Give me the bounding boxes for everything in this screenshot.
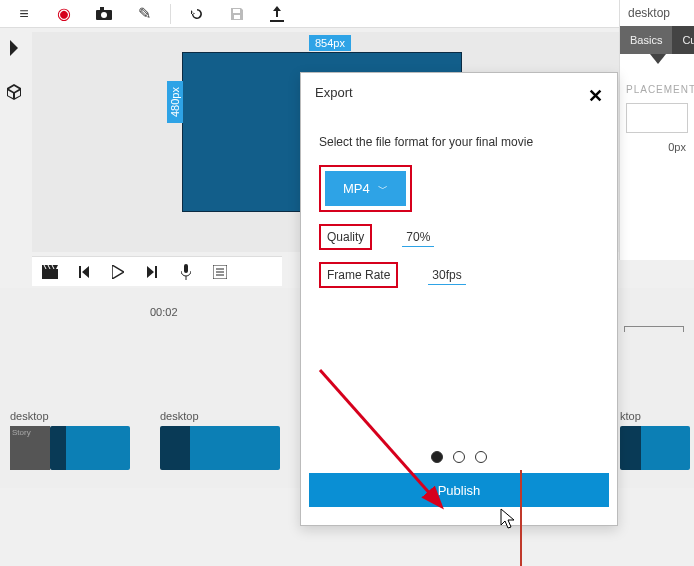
pager-dots [301, 451, 617, 463]
clip-label: desktop [160, 410, 199, 422]
cube-icon[interactable] [0, 78, 28, 106]
clip[interactable] [620, 426, 690, 470]
format-dropdown[interactable]: MP4 ﹀ [325, 171, 406, 206]
format-label: MP4 [343, 181, 370, 196]
clapper-icon[interactable] [36, 260, 64, 284]
camera-icon[interactable] [84, 0, 124, 28]
pager-dot-1[interactable] [431, 451, 443, 463]
svg-rect-3 [42, 269, 58, 279]
ruler-ticks [624, 326, 684, 334]
placement-section: PLACEMENT [620, 64, 694, 99]
clip-label: desktop [10, 410, 49, 422]
width-badge: 854px [309, 35, 351, 51]
playhead[interactable] [520, 470, 522, 566]
tab-custom[interactable]: Cu [672, 26, 694, 54]
quality-value[interactable]: 70% [402, 228, 434, 247]
placement-box[interactable] [626, 103, 688, 133]
close-icon[interactable]: ✕ [588, 85, 603, 107]
pager-dot-3[interactable] [475, 451, 487, 463]
record-icon[interactable]: ◉ [44, 0, 84, 28]
framerate-label: Frame Rate [319, 262, 398, 288]
svg-rect-2 [100, 7, 104, 10]
tab-pointer [650, 54, 666, 64]
mic-icon[interactable] [172, 260, 200, 284]
clip-thumb[interactable]: Story [10, 426, 50, 470]
clip-label: ktop [620, 410, 641, 422]
framerate-value[interactable]: 30fps [428, 266, 465, 285]
tab-basics[interactable]: Basics [620, 26, 672, 54]
save-icon [217, 0, 257, 28]
quality-label: Quality [319, 224, 372, 250]
publish-button[interactable]: Publish [309, 473, 609, 507]
arrow-right-icon[interactable] [0, 34, 28, 62]
timecode: 00:02 [150, 306, 178, 318]
placement-value: 0px [620, 137, 694, 157]
next-icon[interactable] [138, 260, 166, 284]
export-modal: Export ✕ Select the file format for your… [300, 72, 618, 526]
clip[interactable] [50, 426, 130, 470]
height-badge: 480px [167, 81, 183, 123]
list-icon[interactable] [206, 260, 234, 284]
svg-point-1 [101, 12, 107, 18]
play-icon[interactable] [104, 260, 132, 284]
history-icon[interactable] [177, 0, 217, 28]
menu-icon[interactable]: ≡ [4, 0, 44, 28]
prev-icon[interactable] [70, 260, 98, 284]
svg-rect-4 [184, 264, 188, 273]
modal-title: Export [315, 85, 353, 107]
clip[interactable] [160, 426, 280, 470]
upload-icon[interactable] [257, 0, 297, 28]
chevron-down-icon: ﹀ [378, 182, 388, 196]
properties-panel: desktop Basics Cu PLACEMENT 0px [619, 0, 694, 260]
edit-icon[interactable]: ✎ [124, 0, 164, 28]
panel-title: desktop [620, 0, 694, 26]
pager-dot-2[interactable] [453, 451, 465, 463]
modal-prompt: Select the file format for your final mo… [319, 135, 599, 149]
